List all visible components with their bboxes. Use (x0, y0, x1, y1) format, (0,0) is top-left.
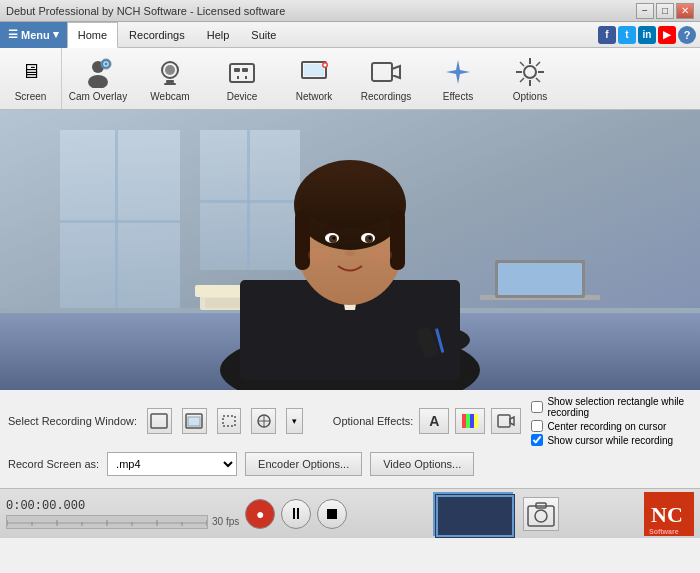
options-icon (514, 56, 546, 88)
svg-rect-10 (242, 68, 248, 72)
show-selection-label: Show selection rectangle while recording (547, 396, 692, 418)
show-selection-checkbox[interactable] (531, 401, 543, 413)
facebook-icon[interactable]: f (598, 26, 616, 44)
snapshot-button[interactable] (523, 497, 559, 531)
toolbar-screen-section: 🖥 Screen (0, 48, 62, 109)
effects-label: Effects (443, 91, 473, 102)
svg-rect-73 (462, 414, 466, 428)
svg-point-59 (369, 237, 372, 240)
toolbar-item-cam-overlay[interactable]: Cam Overlay (62, 48, 134, 110)
select-region-btn[interactable] (217, 408, 242, 434)
cam-overlay-icon (82, 56, 114, 88)
record-button[interactable]: ● (245, 499, 275, 529)
menu-item-recordings[interactable]: Recordings (118, 22, 196, 48)
svg-rect-74 (466, 414, 470, 428)
pause-button[interactable]: ⏸ (281, 499, 311, 529)
network-label: Network (296, 91, 333, 102)
svg-rect-68 (188, 417, 200, 426)
cam-overlay-label: Cam Overlay (69, 91, 127, 102)
time-display: 0:00:00.000 (6, 499, 239, 513)
svg-marker-18 (392, 66, 400, 78)
svg-marker-19 (446, 60, 470, 84)
svg-point-53 (298, 168, 402, 228)
center-recording-checkbox[interactable] (531, 420, 543, 432)
timeline[interactable] (6, 515, 208, 529)
timeline-row: 30 fps (6, 515, 239, 529)
svg-rect-17 (372, 63, 392, 81)
select-label: Select Recording Window: (8, 415, 137, 427)
select-around-btn[interactable] (251, 408, 276, 434)
svg-point-1 (88, 75, 108, 88)
toolbar-item-effects[interactable]: Effects (422, 48, 494, 110)
menu-bar: ☰ Menu ▾ Home Recordings Help Suite f t … (0, 22, 700, 48)
youtube-icon[interactable]: ▶ (658, 26, 676, 44)
select-window-btn[interactable] (182, 408, 207, 434)
toolbar-item-network[interactable]: Network (278, 48, 350, 110)
svg-rect-77 (498, 415, 510, 427)
menu-label: Menu (21, 29, 50, 41)
optional-effects-section: Optional Effects: A (333, 408, 522, 434)
svg-rect-76 (474, 414, 478, 428)
toolbar-item-screen[interactable]: 🖥 Screen (0, 51, 67, 107)
toolbar: 🖥 Screen Cam Overlay Webcam Device (0, 48, 700, 110)
help-icon[interactable]: ? (678, 26, 696, 44)
menu-dropdown-button[interactable]: ☰ Menu ▾ (0, 22, 67, 48)
app-title: Debut Professional by NCH Software - Lic… (6, 5, 285, 17)
toolbar-item-options[interactable]: Options (494, 48, 566, 110)
effects-icon (442, 56, 474, 88)
toolbar-item-recordings[interactable]: Recordings (350, 48, 422, 110)
svg-point-60 (345, 250, 355, 256)
device-label: Device (227, 91, 258, 102)
format-select[interactable]: .mp4 (107, 452, 237, 476)
svg-line-27 (536, 62, 540, 66)
menu-item-help[interactable]: Help (196, 22, 241, 48)
svg-rect-6 (166, 80, 174, 83)
maximize-button[interactable]: □ (656, 3, 674, 19)
toolbar-item-device[interactable]: Device (206, 48, 278, 110)
options-label: Options (513, 91, 547, 102)
nch-logo: NC Software (644, 492, 694, 536)
svg-text:NC: NC (651, 502, 683, 527)
record-screen-row: Record Screen as: .mp4 Encoder Options..… (8, 452, 692, 476)
svg-line-28 (520, 78, 524, 82)
svg-rect-8 (230, 64, 254, 82)
screen-icon: 🖥 (15, 56, 47, 88)
social-bar: f t in ▶ ? (598, 26, 700, 44)
svg-rect-89 (435, 494, 515, 538)
toolbar-main-group: Cam Overlay Webcam Device Network Record… (62, 48, 566, 109)
menu-item-suite[interactable]: Suite (240, 22, 287, 48)
svg-rect-7 (164, 83, 176, 85)
menu-item-home[interactable]: Home (67, 22, 118, 48)
encoder-options-button[interactable]: Encoder Options... (245, 452, 362, 476)
twitter-icon[interactable]: t (618, 26, 636, 44)
center-recording-label: Center recording on cursor (547, 421, 666, 432)
linkedin-icon[interactable]: in (638, 26, 656, 44)
recordings-icon (370, 56, 402, 88)
checkbox-group: Show selection rectangle while recording… (531, 396, 692, 446)
minimize-button[interactable]: − (636, 3, 654, 19)
svg-point-92 (535, 510, 547, 522)
color-effect-btn[interactable] (455, 408, 485, 434)
svg-rect-51 (295, 210, 310, 270)
svg-text:Software: Software (649, 528, 679, 535)
close-button[interactable]: ✕ (676, 3, 694, 19)
webcam-label: Webcam (150, 91, 189, 102)
fps-label: 30 fps (212, 516, 239, 527)
video-effect-btn[interactable] (491, 408, 521, 434)
stop-button[interactable]: ⏹ (317, 499, 347, 529)
preview-thumbnail (433, 492, 513, 536)
webcam-icon (154, 56, 186, 88)
network-icon (298, 56, 330, 88)
svg-point-16 (324, 63, 327, 66)
hamburger-icon: ☰ (8, 28, 18, 41)
text-effect-btn[interactable]: A (419, 408, 449, 434)
show-cursor-label: Show cursor while recording (547, 435, 673, 446)
svg-marker-78 (510, 417, 514, 425)
video-options-button[interactable]: Video Options... (370, 452, 474, 476)
toolbar-item-webcam[interactable]: Webcam (134, 48, 206, 110)
show-cursor-checkbox[interactable] (531, 434, 543, 446)
transport-bar: 0:00:00.000 30 fps ● ⏸ (0, 488, 700, 538)
select-fullscreen-btn[interactable] (147, 408, 172, 434)
window-controls: − □ ✕ (636, 3, 694, 19)
select-dropdown-btn[interactable]: ▾ (286, 408, 303, 434)
